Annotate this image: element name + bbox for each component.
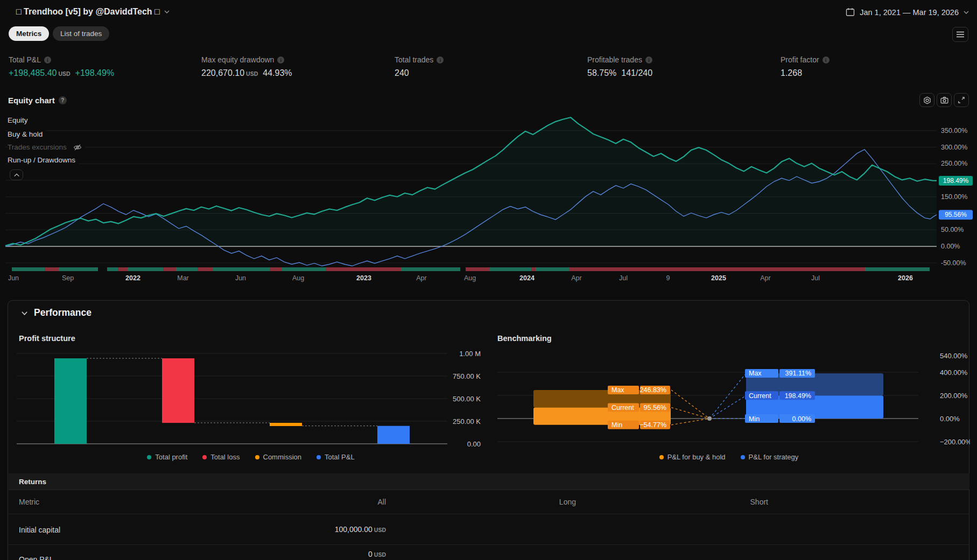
chevron-up-icon	[13, 173, 20, 178]
trade-strip-win	[107, 267, 118, 271]
y-axis-label: 0.00%	[941, 243, 960, 250]
legend-item-commission[interactable]: Commission	[255, 453, 302, 461]
x-axis-label: Sep	[62, 274, 74, 282]
metric-label: Total P&Li	[9, 55, 114, 64]
legend-item-p-l-for-strategy[interactable]: P&L for strategy	[741, 453, 799, 461]
equity-chart-header: Equity chart ?	[8, 96, 67, 105]
info-icon[interactable]: i	[645, 56, 652, 63]
chart-snapshot-button[interactable]	[937, 93, 952, 107]
trade-strip-win	[401, 267, 460, 271]
legend-label: Trades excursions	[8, 143, 67, 151]
metric-label: Total tradesi	[395, 55, 444, 64]
metric-value: 1.268	[781, 68, 830, 78]
value-unit: USD	[374, 527, 386, 533]
info-icon[interactable]: i	[823, 56, 830, 63]
legend-dot	[317, 455, 321, 459]
equity-legend-buy-hold[interactable]: Buy & hold	[8, 130, 46, 138]
column-header-short: Short	[750, 498, 768, 506]
y-axis-label: -50.00%	[941, 259, 966, 267]
y-axis-label: 250.00 K	[453, 417, 481, 426]
legend-collapse-button[interactable]	[10, 169, 23, 180]
legend-dot	[741, 455, 745, 459]
buy-hold-price-chip-text: 95.56%	[945, 211, 967, 218]
legend-item-total-p-l[interactable]: Total P&L	[317, 453, 355, 461]
metric-value: +198,485.40USD+198.49%	[9, 68, 114, 78]
trade-strip-loss	[466, 267, 490, 271]
x-axis-label: Jun	[235, 274, 246, 282]
performance-section-toggle[interactable]: Performance	[20, 307, 92, 318]
tab-list-of-trades[interactable]: List of trades	[53, 26, 109, 41]
strategy-min-value: 0.00%	[792, 415, 811, 423]
eye-off-icon[interactable]	[73, 144, 82, 151]
equity-chart-canvas[interactable]: 350.00%300.00%250.00%150.00%50.00%0.00%-…	[0, 110, 977, 296]
chevron-down-icon	[964, 10, 969, 15]
legend-label: P&L for buy & hold	[667, 453, 726, 461]
legend-item-total-profit[interactable]: Total profit	[147, 453, 187, 461]
strategy-title-menu[interactable]: □ Trendhoo [v5] by @DaviddTech □	[16, 7, 170, 17]
info-icon[interactable]: i	[277, 56, 284, 63]
legend-dot	[202, 455, 207, 459]
y-axis-label: −200.00%	[940, 438, 970, 446]
legend-label: Buy & hold	[8, 130, 43, 138]
y-axis-label: 350.00%	[941, 127, 967, 134]
equity-legend-equity[interactable]: Equity	[8, 116, 31, 124]
x-axis-label: Apr	[416, 274, 426, 282]
layout-menu-button[interactable]	[952, 27, 968, 42]
trade-strip-win	[128, 267, 163, 271]
buy-hold-min-value: −54.77%	[639, 421, 666, 429]
performance-card: Performance Profit structure Benchmarkin…	[8, 300, 969, 560]
metric-total-p-l: Total P&Li+198,485.40USD+198.49%	[9, 55, 114, 78]
metric-max-equity-drawdown: Max equity drawdowni220,670.10USD44.93%	[201, 55, 292, 78]
profit-structure-chart[interactable]: 1.00 M750.00 K500.00 K250.00 K0.00	[11, 347, 490, 461]
question-icon[interactable]: ?	[59, 96, 67, 104]
metric-unit: USD	[246, 70, 258, 77]
tab-metrics[interactable]: Metrics	[9, 26, 49, 41]
equity-legend-trades-excursions[interactable]: Trades excursions	[8, 143, 85, 151]
x-axis-label: Aug	[464, 274, 476, 282]
benchmarking-chart[interactable]: 540.00%400.00%200.00%0.00%−200.00%Max246…	[488, 347, 970, 461]
chart-fullscreen-button[interactable]	[954, 93, 969, 107]
info-icon[interactable]: i	[437, 56, 444, 63]
trade-strip-loss	[118, 267, 128, 271]
info-icon[interactable]: i	[44, 56, 51, 63]
row-metric-initial-capital: Initial capital	[19, 526, 60, 534]
benchmark-pivot-dot	[707, 416, 712, 421]
y-axis-label: 0.00%	[940, 415, 960, 423]
strategy-fan-line	[709, 373, 746, 419]
column-header-long: Long	[559, 498, 576, 506]
metric-label: Profit factori	[781, 55, 830, 64]
legend-label: P&L for strategy	[749, 453, 799, 461]
profit-structure-title: Profit structure	[19, 334, 75, 343]
x-axis-label: Jul	[619, 274, 628, 282]
metric-extra-value: +198.49%	[75, 68, 115, 78]
chart-settings-button[interactable]	[919, 93, 934, 107]
trade-strip-win	[490, 267, 531, 271]
x-axis-label: 2022	[125, 274, 140, 282]
x-axis-label: 2023	[356, 274, 371, 282]
buy-hold-current-label: Current	[611, 404, 634, 412]
legend-item-p-l-for-buy-hold[interactable]: P&L for buy & hold	[659, 453, 726, 461]
y-axis-label: 300.00%	[941, 144, 967, 151]
metric-extra-value: 44.93%	[263, 68, 292, 78]
x-axis-label: Jun	[8, 274, 19, 282]
date-range-picker[interactable]: Jan 1, 2021 — Mar 19, 2026	[846, 8, 969, 17]
waterfall-bar-total-p-l	[377, 426, 410, 444]
row-divider	[9, 544, 969, 545]
performance-title: Performance	[34, 307, 92, 318]
strategy-tester-page: □ Trendhoo [v5] by @DaviddTech □ Jan 1, …	[0, 0, 977, 560]
trade-strip-win	[176, 267, 198, 271]
equity-price-chip-text: 198.49%	[943, 177, 969, 185]
row-metric-open-pl: Open P&L	[19, 555, 54, 560]
y-axis-label: 150.00%	[941, 193, 967, 201]
x-axis-label: Aug	[292, 274, 304, 282]
trade-strip-win	[536, 267, 569, 271]
metric-main-value: +198,485.40	[9, 68, 57, 78]
strategy-max-label: Max	[749, 370, 762, 377]
legend-label: Total P&L	[325, 453, 355, 461]
metric-label: Max equity drawdowni	[201, 55, 292, 64]
x-axis-label: 2024	[519, 274, 535, 282]
gear-icon	[923, 96, 932, 105]
legend-item-total-loss[interactable]: Total loss	[202, 453, 240, 461]
equity-legend-run-up-drawdowns[interactable]: Run-up / Drawdowns	[8, 156, 79, 164]
strategy-fan-line	[709, 395, 746, 419]
